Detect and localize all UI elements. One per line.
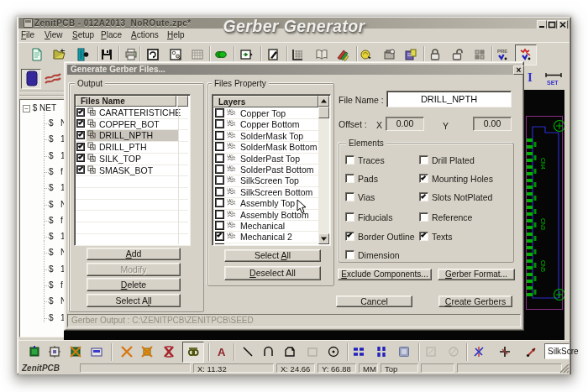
svg-text:CN5: CN5 <box>540 260 546 272</box>
svg-text:CN4: CN4 <box>540 158 546 170</box>
svg-text:A: A <box>218 346 226 358</box>
svg-text:PRE: PRE <box>497 49 507 54</box>
svg-text:SET: SET <box>547 80 559 86</box>
svg-text:CN3: CN3 <box>540 218 546 230</box>
